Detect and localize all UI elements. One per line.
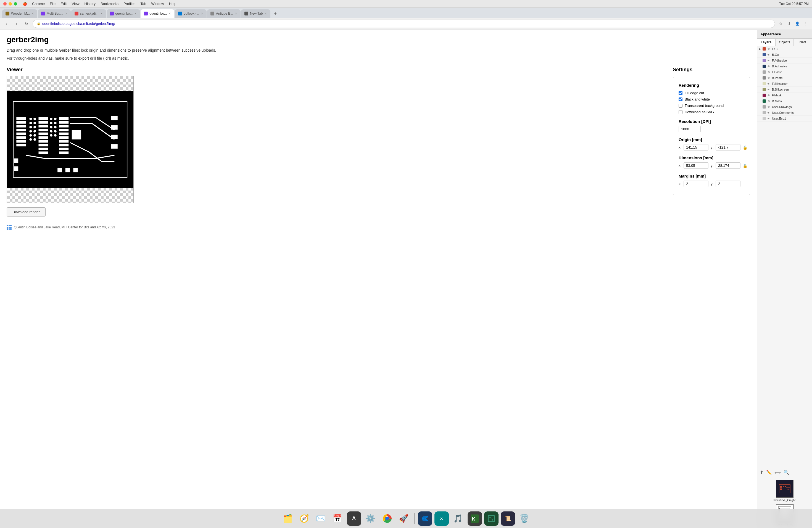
url-bar[interactable]: 🔒 quentinbolsee.pages.cba.mit.edu/gerber… (33, 19, 775, 28)
menu-history[interactable]: History (85, 2, 96, 6)
menu-chrome[interactable]: Chrome (32, 2, 45, 6)
layer-visibility-icon[interactable]: 👁 (768, 111, 770, 114)
menu-tab[interactable]: Tab (140, 2, 146, 6)
tab-wooden[interactable]: Wooden M... ✕ (2, 10, 37, 18)
tab-antique[interactable]: Antique B... ✕ (207, 10, 241, 18)
menu-bookmarks[interactable]: Bookmarks (101, 2, 118, 6)
dock-finder[interactable]: 🗂️ (280, 511, 295, 526)
list-item[interactable]: ▶ 👁 B.Mask (757, 98, 812, 104)
tab-multi-butt[interactable]: Multi Butt... ✕ (38, 10, 71, 18)
dock-arduino[interactable]: ∞ (434, 511, 449, 526)
list-item[interactable]: ▶ 👁 B.Paste (757, 75, 812, 81)
forward-button[interactable]: › (13, 20, 20, 28)
dimensions-x-input[interactable] (684, 162, 708, 169)
list-item[interactable]: ▶ 👁 F.Mask (757, 92, 812, 98)
layer-visibility-icon[interactable]: 👁 (768, 100, 770, 103)
layer-visibility-icon[interactable]: 👁 (768, 88, 770, 91)
search-icon[interactable]: 🔍 (783, 469, 789, 475)
menu-help[interactable]: Help (169, 2, 176, 6)
menu-button[interactable]: ⋮ (802, 20, 809, 27)
tab-nets[interactable]: Nets (794, 39, 812, 46)
menu-apple[interactable]: 🍎 (23, 2, 27, 6)
dock-mail[interactable]: ✉️ (314, 511, 328, 526)
dock-pcbnew[interactable] (484, 511, 498, 526)
origin-x-input[interactable] (684, 144, 708, 150)
expand-icon[interactable]: ⟷ (774, 469, 781, 475)
tab-close-button[interactable]: ✕ (235, 12, 237, 15)
window-controls[interactable] (3, 2, 17, 5)
tab-new-tab[interactable]: New Tab ✕ (241, 10, 270, 18)
tab-close-button[interactable]: ✕ (134, 12, 137, 15)
pencil-icon[interactable]: ✏️ (766, 469, 772, 475)
dimensions-y-input[interactable] (715, 162, 740, 169)
dock-syspref[interactable]: ⚙️ (363, 511, 378, 526)
layer-visibility-icon[interactable]: 👁 (768, 59, 770, 62)
list-item[interactable]: ▶ 👁 F.Silkscreen (757, 81, 812, 87)
dock-safari[interactable]: 🧭 (297, 511, 311, 526)
dock-vscode[interactable] (418, 511, 432, 526)
dock-launchpad[interactable]: 🚀 (396, 511, 411, 526)
layer-visibility-icon[interactable]: 👁 (768, 76, 770, 79)
viewer-canvas[interactable] (6, 76, 134, 203)
list-item[interactable]: ▶ 👁 User.Comments (757, 110, 812, 116)
bookmark-button[interactable]: ☆ (777, 20, 784, 27)
new-tab-button[interactable]: + (272, 10, 279, 18)
tab-close-button[interactable]: ✕ (201, 12, 203, 15)
dimensions-lock-icon[interactable]: 🔒 (743, 163, 748, 168)
margins-x-input[interactable] (684, 180, 708, 187)
menu-profiles[interactable]: Profiles (124, 2, 135, 6)
tab-layers[interactable]: Layers (757, 39, 775, 46)
black-white-checkbox[interactable] (679, 98, 682, 101)
list-item[interactable]: ▶ 👁 F.Paste (757, 69, 812, 75)
layer-visibility-icon[interactable]: 👁 (768, 105, 770, 108)
menu-file[interactable]: File (50, 2, 56, 6)
list-item[interactable]: ▶ 👁 F.Cu (757, 46, 812, 52)
tab-close-button[interactable]: ✕ (265, 12, 267, 15)
resolution-input[interactable] (679, 126, 701, 132)
layer-visibility-icon[interactable]: 👁 (768, 53, 770, 56)
tab-close-button[interactable]: ✕ (169, 12, 171, 15)
tab-quentinbo-2[interactable]: quentinbo... ✕ (141, 10, 174, 18)
fullscreen-window-button[interactable] (14, 2, 17, 5)
list-item[interactable]: ▶ 👁 B.Adhesive (757, 63, 812, 69)
origin-lock-icon[interactable]: 🔒 (743, 145, 748, 150)
profile-button[interactable]: 👤 (794, 20, 801, 27)
margins-y-input[interactable] (715, 180, 740, 187)
dock-trash[interactable]: 🗑️ (517, 511, 532, 526)
transparent-bg-checkbox[interactable] (679, 104, 682, 108)
tab-objects[interactable]: Objects (775, 39, 794, 46)
origin-y-input[interactable] (715, 144, 740, 150)
tab-samesky[interactable]: sameskydi... ✕ (71, 10, 106, 18)
upload-icon[interactable]: ⬆ (759, 469, 764, 475)
minimize-window-button[interactable] (9, 2, 12, 5)
reload-button[interactable]: ↻ (23, 20, 30, 28)
list-item[interactable]: ▶ 👁 User.Drawings (757, 104, 812, 110)
dock-chrome[interactable] (380, 511, 394, 526)
dock-script-editor[interactable]: 📜 (501, 511, 515, 526)
dock-appstore[interactable]: A (347, 511, 361, 526)
list-item[interactable]: ▶ 👁 B.Cu (757, 52, 812, 58)
tab-outlook[interactable]: outlook -... ✕ (175, 10, 207, 18)
tab-close-button[interactable]: ✕ (100, 12, 103, 15)
tab-close-button[interactable]: ✕ (31, 12, 34, 15)
layer-visibility-icon[interactable]: 👁 (768, 71, 770, 74)
layer-visibility-icon[interactable]: 👁 (768, 65, 770, 68)
list-item[interactable]: ▶ 👁 F.Adhesive (757, 58, 812, 63)
layer-visibility-icon[interactable]: 👁 (768, 47, 770, 50)
layer-visibility-icon[interactable]: 👁 (768, 82, 770, 85)
fill-edge-cut-checkbox[interactable] (679, 91, 682, 95)
download-render-button[interactable]: Download render (6, 207, 46, 217)
close-window-button[interactable] (3, 2, 6, 5)
dock-music[interactable]: 🎵 (451, 511, 465, 526)
dock-kicad[interactable]: K (468, 511, 482, 526)
list-item[interactable]: ▶ 👁 User.Eco1 (757, 116, 812, 121)
download-button[interactable]: ⬇ (785, 20, 793, 27)
layer-visibility-icon[interactable]: 👁 (768, 94, 770, 97)
back-button[interactable]: ‹ (3, 20, 11, 28)
dock-calendar[interactable]: 📅 (330, 511, 345, 526)
tab-close-button[interactable]: ✕ (65, 12, 68, 15)
tab-quentinbo-1[interactable]: quentinbo... ✕ (106, 10, 140, 18)
mac-menu-bar[interactable]: 🍎 Chrome File Edit View History Bookmark… (23, 2, 176, 6)
menu-view[interactable]: View (72, 2, 79, 6)
file-thumb-gbr[interactable]: week08-F_Cu.gbr (759, 480, 810, 502)
